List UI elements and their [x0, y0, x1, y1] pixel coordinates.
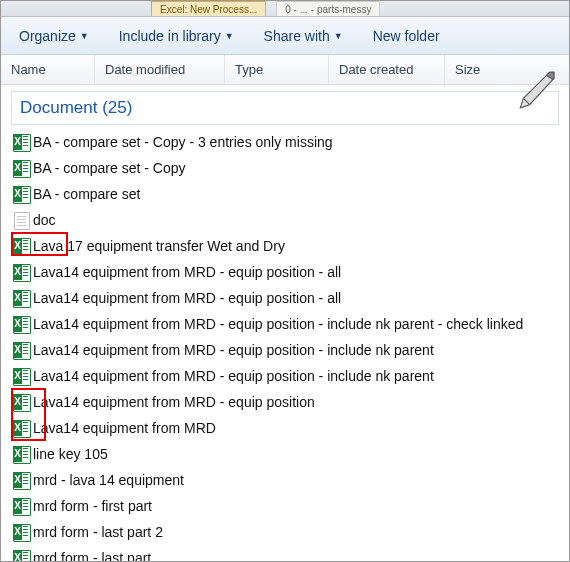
file-row[interactable]: Lava 17 equipment transfer Wet and Dry — [13, 233, 569, 259]
file-row[interactable]: doc — [13, 207, 569, 233]
col-size[interactable]: Size — [445, 55, 525, 84]
col-date-created[interactable]: Date created — [329, 55, 445, 84]
file-row[interactable]: mrd form - last part 2 — [13, 519, 569, 545]
file-name: Lava 17 equipment transfer Wet and Dry — [33, 238, 285, 254]
excel-file-icon — [13, 420, 29, 436]
file-list: BA - compare set - Copy - 3 entries only… — [1, 127, 569, 562]
new-folder-button[interactable]: New folder — [373, 28, 440, 44]
file-name: Lava14 equipment from MRD - equip positi… — [33, 290, 341, 306]
file-row[interactable]: Lava14 equipment from MRD - equip positi… — [13, 363, 569, 389]
file-name: doc — [33, 212, 56, 228]
file-name: Lava14 equipment from MRD - equip positi… — [33, 394, 315, 410]
share-label: Share with — [264, 28, 330, 44]
file-row[interactable]: mrd form - last part — [13, 545, 569, 562]
excel-file-icon — [13, 134, 29, 150]
excel-file-icon — [13, 498, 29, 514]
file-name: BA - compare set — [33, 186, 140, 202]
explorer-toolbar: Organize ▼ Include in library ▼ Share wi… — [1, 17, 569, 55]
group-container: Document (25) — [11, 91, 559, 125]
col-type[interactable]: Type — [225, 55, 329, 84]
include-label: Include in library — [119, 28, 221, 44]
tab-label: Excel: New Process... — [160, 4, 257, 15]
newfolder-label: New folder — [373, 28, 440, 44]
file-name: mrd form - last part 2 — [33, 524, 163, 540]
dropdown-icon: ▼ — [334, 31, 343, 41]
file-name: BA - compare set - Copy - 3 entries only… — [33, 134, 333, 150]
file-row[interactable]: Lava14 equipment from MRD - equip positi… — [13, 389, 569, 415]
browser-tab-parts[interactable]: 0 - ... - parts-messy — [276, 1, 380, 16]
file-row[interactable]: BA - compare set - Copy - 3 entries only… — [13, 129, 569, 155]
file-row[interactable]: BA - compare set - Copy — [13, 155, 569, 181]
file-row[interactable]: Lava14 equipment from MRD - equip positi… — [13, 285, 569, 311]
file-row[interactable]: Lava14 equipment from MRD - equip positi… — [13, 311, 569, 337]
file-name: mrd form - last part — [33, 550, 151, 562]
col-date-modified[interactable]: Date modified — [95, 55, 225, 84]
share-with-menu[interactable]: Share with ▼ — [264, 28, 343, 44]
organize-menu[interactable]: Organize ▼ — [19, 28, 89, 44]
excel-file-icon — [13, 238, 29, 254]
excel-file-icon — [13, 394, 29, 410]
file-row[interactable]: mrd form - first part — [13, 493, 569, 519]
browser-tabs-strip: Excel: New Process... 0 - ... - parts-me… — [1, 1, 569, 17]
file-name: Lava14 equipment from MRD - equip positi… — [33, 368, 434, 384]
excel-file-icon — [13, 524, 29, 540]
dropdown-icon: ▼ — [80, 31, 89, 41]
include-in-library-menu[interactable]: Include in library ▼ — [119, 28, 234, 44]
excel-file-icon — [13, 550, 29, 562]
col-name[interactable]: Name — [1, 55, 95, 84]
file-name: line key 105 — [33, 446, 108, 462]
excel-file-icon — [13, 290, 29, 306]
file-row[interactable]: line key 105 — [13, 441, 569, 467]
excel-file-icon — [13, 316, 29, 332]
file-name: Lava14 equipment from MRD - equip positi… — [33, 342, 434, 358]
column-headers: Name Date modified Type Date created Siz… — [1, 55, 569, 85]
excel-file-icon — [13, 472, 29, 488]
excel-file-icon — [13, 264, 29, 280]
excel-file-icon — [13, 342, 29, 358]
excel-file-icon — [13, 446, 29, 462]
file-name: Lava14 equipment from MRD - equip positi… — [33, 316, 523, 332]
file-row[interactable]: Lava14 equipment from MRD - equip positi… — [13, 337, 569, 363]
group-label: Document (25) — [20, 98, 132, 117]
excel-file-icon — [13, 186, 29, 202]
group-header-document[interactable]: Document (25) — [11, 91, 559, 125]
file-row[interactable]: Lava14 equipment from MRD - equip positi… — [13, 259, 569, 285]
organize-label: Organize — [19, 28, 76, 44]
file-name: BA - compare set - Copy — [33, 160, 186, 176]
text-file-icon — [13, 212, 29, 228]
file-name: mrd - lava 14 equipment — [33, 472, 184, 488]
file-row[interactable]: mrd - lava 14 equipment — [13, 467, 569, 493]
tab-label: 0 - ... - parts-messy — [285, 4, 371, 15]
file-name: mrd form - first part — [33, 498, 152, 514]
excel-file-icon — [13, 160, 29, 176]
file-row[interactable]: BA - compare set — [13, 181, 569, 207]
file-row[interactable]: Lava14 equipment from MRD — [13, 415, 569, 441]
excel-file-icon — [13, 368, 29, 384]
browser-tab-excel[interactable]: Excel: New Process... — [151, 1, 266, 16]
dropdown-icon: ▼ — [225, 31, 234, 41]
file-name: Lava14 equipment from MRD - equip positi… — [33, 264, 341, 280]
file-name: Lava14 equipment from MRD — [33, 420, 216, 436]
